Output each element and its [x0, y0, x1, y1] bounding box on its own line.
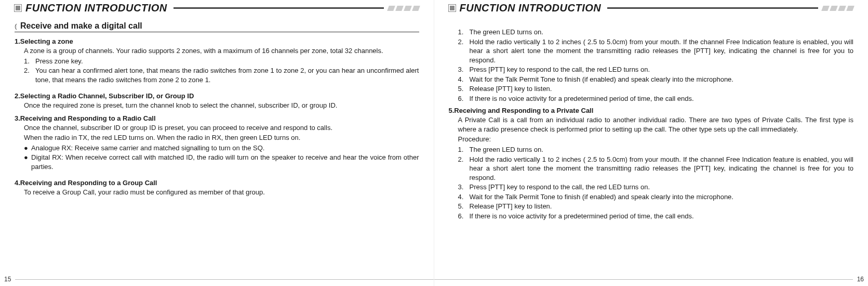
- page-left: FUNCTION INTRODUCTION ⦅ Receive and make…: [0, 0, 434, 286]
- list-number: 2.: [458, 37, 470, 65]
- bullet-icon: ●: [24, 153, 31, 171]
- list-number: 5.: [458, 84, 470, 94]
- list-rx-modes: ●Analogue RX: Receive same carrier and m…: [15, 144, 419, 172]
- text-selecting-zone: A zone is a group of channels. Your radi…: [15, 46, 419, 56]
- page-number: 16: [853, 276, 868, 283]
- page-number: 15: [0, 276, 15, 283]
- list-number: 6.: [458, 212, 470, 221]
- page-header: FUNCTION INTRODUCTION: [15, 0, 419, 14]
- list-number: 4.: [458, 192, 470, 202]
- section-title-row: ⦅ Receive and make a digital call: [15, 21, 419, 32]
- heading-selecting-zone: 1.Selecting a zone: [15, 37, 419, 45]
- list-number: 1.: [458, 28, 470, 37]
- text-procedure-label: Procedure:: [449, 135, 854, 144]
- list-text: Release [PTT] key to listen.: [470, 202, 854, 211]
- heading-selecting-channel: 2.Selecting a Radio Channel, Subscriber …: [15, 92, 419, 100]
- list-text: If there is no voice activity for a pred…: [470, 212, 854, 221]
- header-line: [607, 7, 818, 9]
- wave-icon: ⦅: [15, 22, 17, 31]
- list-text: Press [PTT] key to respond to the call, …: [470, 65, 854, 74]
- list-group-call-steps: 1.The green LED turns on. 2.Hold the rad…: [449, 28, 854, 103]
- footer-line: 16: [434, 275, 869, 284]
- text-selecting-channel: Once the required zone is preset, turn t…: [15, 101, 419, 110]
- list-number: 1.: [458, 145, 470, 154]
- list-text: Press [PTT] key to respond to the call, …: [470, 183, 854, 192]
- list-text: Hold the radio vertically 1 to 2 inches …: [470, 155, 854, 183]
- list-private-call-steps: 1.The green LED turns on. 2.Hold the rad…: [449, 145, 854, 221]
- header-title: FUNCTION INTRODUCTION: [460, 2, 602, 14]
- page-header: FUNCTION INTRODUCTION: [449, 0, 854, 14]
- list-number: 3.: [458, 65, 470, 74]
- heading-private-call: 5.Receiving and Responding to a Private …: [449, 107, 854, 114]
- list-text: If there is no voice activity for a pred…: [470, 94, 854, 103]
- header-title: FUNCTION INTRODUCTION: [25, 2, 167, 14]
- list-text: Hold the radio vertically 1 to 2 inches …: [470, 37, 854, 65]
- footer-line: 15: [0, 275, 434, 284]
- list-text: Digital RX: When receive correct call wi…: [31, 153, 419, 171]
- list-text: Release [PTT] key to listen.: [470, 84, 854, 94]
- list-number: 5.: [458, 202, 470, 211]
- list-text: The green LED turns on.: [470, 145, 854, 154]
- section-title: Receive and make a digital call: [20, 21, 142, 31]
- header-square-icon: [449, 5, 456, 11]
- bullet-icon: ●: [24, 144, 31, 153]
- list-text: Wait for the Talk Permit Tone to finish …: [470, 192, 854, 202]
- header-stripes-icon: [822, 6, 853, 11]
- page-right: FUNCTION INTRODUCTION 1.The green LED tu…: [434, 0, 869, 286]
- list-number: 4.: [458, 75, 470, 84]
- heading-group-call: 4.Receiving and Responding to a Group Ca…: [15, 179, 419, 187]
- list-number: 3.: [458, 183, 470, 192]
- list-number: 2.: [458, 155, 470, 183]
- list-number: 1.: [24, 57, 35, 66]
- list-text: Wait for the Talk Permit Tone to finish …: [470, 75, 854, 84]
- heading-receiving-radio-call: 3.Receiving and Responding to a Radio Ca…: [15, 114, 419, 122]
- list-number: 2.: [24, 66, 35, 84]
- list-selecting-zone: 1.Press zone key. 2.You can hear a confi…: [15, 57, 419, 85]
- text-private-call-intro: A Private Call is a call from an individ…: [449, 115, 854, 134]
- header-line: [173, 7, 384, 9]
- header-stripes-icon: [388, 6, 419, 11]
- header-square-icon: [15, 5, 21, 11]
- list-number: 6.: [458, 94, 470, 103]
- text-receiving-radio-2: When the radio in TX, the red LED turns …: [15, 133, 419, 142]
- text-receiving-radio-1: Once the channel, subscriber ID or group…: [15, 123, 419, 133]
- list-text: Analogue RX: Receive same carrier and ma…: [31, 144, 419, 153]
- list-text: Press zone key.: [35, 57, 419, 66]
- list-text: You can hear a confirmed alert tone, tha…: [35, 66, 419, 84]
- text-group-call: To receive a Group Call, your radio must…: [15, 188, 419, 197]
- list-text: The green LED turns on.: [470, 28, 854, 37]
